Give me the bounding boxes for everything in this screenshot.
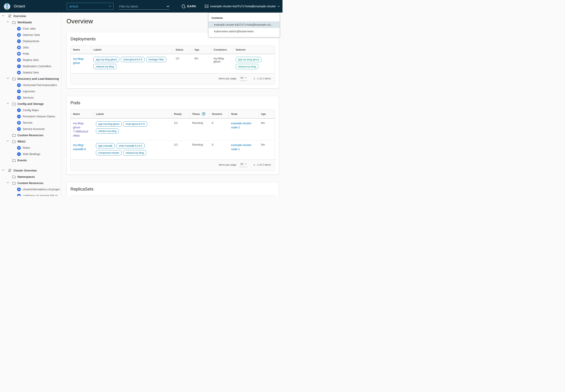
- sidebar-item-persistent-volume-claims[interactable]: ⊙Persistent Volume Claims: [0, 113, 61, 120]
- app-title: Octant: [14, 4, 25, 8]
- sidebar-item-config-and-storage[interactable]: Config and Storage: [0, 101, 61, 107]
- sidebar-item-namespaces[interactable]: Namespaces: [0, 174, 61, 180]
- sidebar-item-events[interactable]: Events: [0, 157, 61, 164]
- label-filter: [119, 4, 169, 10]
- sidebar-item-cron-jobs[interactable]: ◔Cron Jobs: [0, 26, 61, 32]
- theme-toggle[interactable]: DARK: [182, 4, 196, 8]
- cell-badges: app:my-blog-ghostchart:ghost-8.0.5releas…: [94, 118, 172, 140]
- cell-value: 1/1: [174, 121, 178, 125]
- label-badge[interactable]: chart:ghost-8.0.5: [123, 121, 147, 127]
- sidebar-item-horizontal-pod-autoscalers[interactable]: ⇅Horizontal Pod Autoscalers: [0, 82, 61, 88]
- chevron-down-icon[interactable]: [7, 77, 9, 80]
- sidebar-item-roles[interactable]: ⊗Roles: [0, 145, 61, 151]
- label-filter-input[interactable]: [119, 4, 166, 8]
- cell-text: 1/1: [173, 54, 192, 73]
- cell-value: 0: [212, 143, 213, 146]
- folder-icon: [12, 182, 16, 185]
- sidebar-item-daemon-sets[interactable]: ▤Daemon Sets: [0, 32, 61, 38]
- sidebar-item-replication-controllers[interactable]: ↻Replication Controllers: [0, 63, 61, 69]
- folder-icon: [12, 134, 16, 137]
- sidebar-item-label: RBAC: [17, 140, 26, 143]
- replicasets-card: ReplicaSetsNameLabelsStatusAgeContainers…: [66, 182, 279, 196]
- cell-text: 3m: [259, 118, 275, 140]
- column-header-containers: Containers: [211, 46, 233, 54]
- sidebar-item-clusterinformations-crd-projec[interactable]: ◈clusterinformations.crd.projec: [0, 186, 61, 193]
- folder-icon: [12, 175, 16, 178]
- label-badge[interactable]: chart:ghost-8.0.5: [121, 57, 145, 62]
- sidebar-item-workloads[interactable]: Workloads: [0, 19, 61, 26]
- chevron-down-icon[interactable]: [7, 182, 9, 184]
- chevron-down-icon: [245, 77, 247, 78]
- context-switcher[interactable]: example-cluster-ka3TuTzYo4a@example-clus…: [205, 4, 280, 8]
- sidebar-item-label: Ingresses: [23, 90, 35, 93]
- resource-link[interactable]: example-cluster-node-2: [231, 122, 252, 129]
- resource-link[interactable]: my-blog-ghost: [73, 57, 84, 65]
- body: OverviewWorkloads◔Cron Jobs▤Daemon Sets↻…: [0, 13, 282, 196]
- column-header-label: Node: [231, 112, 238, 115]
- sidebar-item-pods[interactable]: ▣Pods: [0, 51, 61, 57]
- brand: Octant: [3, 2, 60, 10]
- label-badge[interactable]: component:master: [96, 150, 122, 155]
- sidebar-item-cluster-overview[interactable]: Cluster Overview: [0, 167, 61, 174]
- label-badge[interactable]: release:my-blog: [93, 64, 116, 69]
- resource-link[interactable]: my-blog-mariadb-0: [73, 143, 86, 151]
- resource-link[interactable]: my-blog-ghost-77df85c6cd-vf6dx: [73, 122, 89, 137]
- chevron-down-icon[interactable]: [2, 169, 5, 172]
- sidebar-item-custom-resources[interactable]: Custom Resources: [0, 132, 61, 138]
- namespace-caret-icon: ▼: [109, 5, 111, 7]
- sidebar-item-label: Events: [17, 159, 27, 162]
- sidebar-item-secrets[interactable]: ⊠Secrets: [0, 120, 61, 126]
- cell-value: 1/1: [174, 143, 178, 146]
- label-badge[interactable]: release:my-blog: [123, 150, 146, 155]
- sidebar-item-overview[interactable]: Overview: [0, 13, 61, 19]
- sidebar-item-label: Cluster Overview: [13, 169, 36, 172]
- label-badge[interactable]: app:mariadb: [96, 143, 115, 148]
- chevron-down-icon[interactable]: [2, 15, 5, 17]
- sidebar-item-service-accounts[interactable]: ⊚Service Accounts: [0, 126, 61, 132]
- resource-link[interactable]: example-cluster-node-1: [231, 143, 252, 151]
- sidebar-item-label: Replica Sets: [23, 58, 39, 62]
- sidebar-item-role-bindings[interactable]: ∞Role Bindings: [0, 151, 61, 157]
- column-header-label: Age: [194, 48, 199, 51]
- items-per-page-select[interactable]: 10: [240, 76, 247, 81]
- filter-chevron-icon[interactable]: [166, 5, 169, 7]
- selector-badge[interactable]: release:my-blog: [236, 64, 259, 69]
- context-menu-item[interactable]: example-cluster-ka3TuTzYo4a@example-clu.…: [208, 21, 280, 28]
- label-badge[interactable]: app:my-blog-ghost: [96, 121, 122, 127]
- chevron-down-icon[interactable]: [7, 102, 9, 105]
- applications-icon: [8, 169, 12, 172]
- selector-badge[interactable]: app:my-blog-ghost: [236, 57, 262, 62]
- sidebar-item-csidrivers-csi-storage-k8s-io[interactable]: ◈csidrivers.csi.storage.k8s.io: [0, 193, 61, 196]
- sidebar-item-custom-resources[interactable]: Custom Resources: [0, 180, 61, 186]
- sidebar-item-rbac[interactable]: RBAC: [0, 138, 61, 145]
- label-badge[interactable]: heritage:Tiller: [146, 57, 166, 62]
- items-per-page-value: 10: [240, 163, 243, 166]
- pods-title: Pods: [70, 100, 275, 105]
- sidebar-item-label: Overview: [13, 14, 26, 18]
- chevron-down-icon[interactable]: [7, 21, 9, 24]
- sidebar-item-jobs[interactable]: ▦Jobs: [0, 44, 61, 51]
- chevron-down-icon[interactable]: [7, 140, 9, 143]
- column-header-label: Labels: [96, 112, 104, 115]
- deployments-card: DeploymentsNameLabelsStatusAgeContainers…: [66, 32, 279, 88]
- sidebar-item-stateful-sets[interactable]: ▧Stateful Sets: [0, 69, 61, 76]
- items-per-page-value: 10: [240, 76, 243, 79]
- items-per-page-select[interactable]: 10: [240, 163, 247, 167]
- folder-icon: [12, 77, 16, 80]
- sidebar-item-deployments[interactable]: ↻Deployments: [0, 38, 61, 44]
- sidebar-item-discovery-and-load-balancing[interactable]: Discovery and Load Balancing: [0, 76, 61, 82]
- context-menu-item[interactable]: kubernetes-admin@kubernetes: [208, 28, 280, 35]
- sidebar-item-config-maps[interactable]: ≡Config Maps: [0, 107, 61, 113]
- filter-funnel-icon[interactable]: [202, 112, 205, 116]
- sidebar-item-ingresses[interactable]: ⇄Ingresses: [0, 88, 61, 95]
- label-badge[interactable]: release:my-blog: [96, 128, 119, 134]
- services-icon: ⊞: [17, 96, 21, 100]
- main-content: Overview DeploymentsNameLabelsStatusAgeC…: [61, 13, 282, 196]
- sidebar-item-label: Daemon Sets: [23, 33, 40, 36]
- sidebar-item-services[interactable]: ⊞Services: [0, 95, 61, 101]
- sidebar-item-label: Cron Jobs: [23, 27, 36, 30]
- label-badge[interactable]: chart:mariadb-6.13.0: [116, 143, 145, 148]
- label-badge[interactable]: app:my-blog-ghost: [93, 57, 119, 62]
- namespace-select[interactable]: default ▼: [67, 3, 114, 10]
- sidebar-item-replica-sets[interactable]: ▥Replica Sets: [0, 57, 61, 63]
